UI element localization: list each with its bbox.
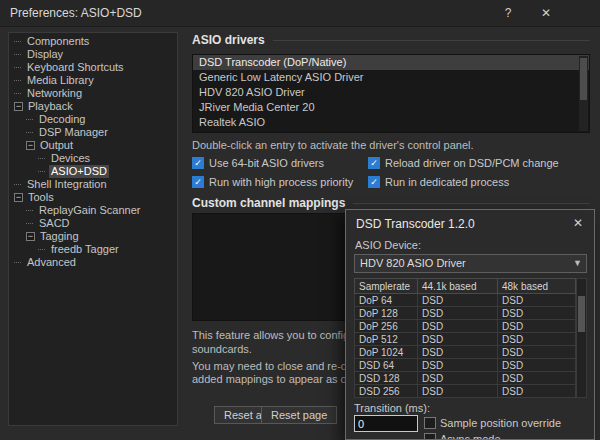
sidebar-item-label: Tools — [26, 191, 56, 204]
sidebar-item-shell-integration[interactable]: Shell Integration — [9, 178, 177, 191]
table-header-samplerate[interactable]: Samplerate — [354, 278, 418, 294]
sidebar-item-label: SACD — [37, 217, 72, 230]
table-header-48k[interactable]: 48k based — [498, 278, 576, 294]
sidebar-item-playback[interactable]: −Playback — [9, 100, 177, 113]
table-cell[interactable]: DSD — [498, 385, 576, 398]
dialog-close-icon[interactable]: ✕ — [570, 215, 586, 231]
tree-dash-icon — [14, 184, 21, 185]
sidebar-item-display[interactable]: Display — [9, 48, 177, 61]
table-cell[interactable]: DSD — [418, 333, 498, 346]
table-cell[interactable]: DoP 64 — [354, 294, 418, 307]
table-header-441k[interactable]: 44.1k based — [418, 278, 498, 294]
table-cell[interactable]: DSD — [498, 372, 576, 385]
sidebar-item-advanced[interactable]: Advanced — [9, 256, 177, 269]
table-cell[interactable]: DSD 64 — [354, 359, 418, 372]
sidebar-item-devices[interactable]: Devices — [9, 152, 177, 165]
tree-collapse-icon[interactable]: − — [14, 193, 23, 202]
sidebar-item-label: DSP Manager — [37, 126, 110, 139]
table-cell[interactable]: DSD — [498, 307, 576, 320]
table-cell[interactable]: DoP 128 — [354, 307, 418, 320]
checkbox-unchecked-icon — [424, 417, 436, 429]
sidebar-item-label: Components — [25, 35, 91, 48]
sidebar-item-label: Playback — [26, 100, 75, 113]
checkbox-use-64bit[interactable]: ✓ Use 64-bit ASIO drivers — [192, 156, 324, 169]
window-title: Preferences: ASIO+DSD — [10, 6, 142, 20]
table-cell[interactable]: DSD — [498, 320, 576, 333]
help-icon[interactable]: ? — [499, 5, 517, 21]
table-cell[interactable]: DoP 1024 — [354, 346, 418, 359]
dsd-transcoder-dialog: DSD Transcoder 1.2.0 ✕ ASIO Device: HDV … — [345, 209, 595, 440]
checkbox-reload-driver[interactable]: ✓ Reload driver on DSD/PCM change — [368, 156, 559, 169]
table-cell[interactable]: DSD — [418, 385, 498, 398]
sidebar-item-decoding[interactable]: Decoding — [9, 113, 177, 126]
sidebar-item-replaygain-scanner[interactable]: ReplayGain Scanner — [9, 204, 177, 217]
checkbox-unchecked-icon — [424, 433, 436, 440]
checkbox-high-priority[interactable]: ✓ Run with high process priority — [192, 175, 353, 188]
driver-list-item[interactable]: JRiver Media Center 20 — [193, 100, 589, 115]
scrollbar-thumb[interactable] — [578, 296, 585, 332]
sidebar-item-sacd[interactable]: SACD — [9, 217, 177, 230]
close-icon[interactable]: ✕ — [537, 5, 555, 21]
transition-input[interactable] — [354, 415, 418, 432]
table-cell[interactable]: DoP 512 — [354, 333, 418, 346]
table-cell[interactable]: DoP 256 — [354, 320, 418, 333]
sidebar-item-freedb-tagger[interactable]: freedb Tagger — [9, 243, 177, 256]
checkbox-sample-position-override[interactable]: Sample position override — [424, 417, 561, 429]
table-cell[interactable]: DSD — [498, 359, 576, 372]
sidebar-item-tools[interactable]: −Tools — [9, 191, 177, 204]
asio-drivers-heading: ASIO drivers — [192, 33, 590, 47]
table-scrollbar[interactable] — [576, 278, 587, 398]
asio-device-dropdown[interactable]: HDV 820 ASIO Driver ▼ — [354, 254, 587, 273]
driver-list-item[interactable]: Generic Low Latency ASIO Driver — [193, 70, 589, 85]
driver-list-scrollbar[interactable] — [579, 56, 588, 131]
preferences-tree: Components Display Keyboard Shortcuts Me… — [8, 32, 178, 426]
sidebar-item-asio-dsd[interactable]: ASIO+DSD — [9, 165, 177, 178]
heading-rule — [273, 40, 590, 41]
table-cell[interactable]: DSD — [418, 294, 498, 307]
tree-dash-icon — [14, 67, 21, 68]
table-cell[interactable]: DSD — [418, 372, 498, 385]
table-cell[interactable]: DSD — [418, 320, 498, 333]
driver-hint-text: Double-click an entry to activate the dr… — [192, 139, 474, 151]
tree-dash-icon — [14, 262, 21, 263]
table-cell[interactable]: DSD — [418, 346, 498, 359]
checkbox-label: Use 64-bit ASIO drivers — [209, 157, 324, 169]
scrollbar-thumb[interactable] — [580, 58, 587, 100]
sidebar-item-tagging[interactable]: −Tagging — [9, 230, 177, 243]
tree-dash-icon — [38, 158, 45, 159]
sidebar-item-components[interactable]: Components — [9, 35, 177, 48]
checkbox-async-mode[interactable]: Async mode — [424, 433, 501, 440]
asio-device-label: ASIO Device: — [355, 239, 421, 251]
driver-list-item[interactable]: Realtek ASIO — [193, 115, 589, 130]
tree-collapse-icon[interactable]: − — [14, 102, 23, 111]
sidebar-item-media-library[interactable]: Media Library — [9, 74, 177, 87]
tree-dash-icon — [14, 41, 21, 42]
driver-list-item[interactable]: HDV 820 ASIO Driver — [193, 85, 589, 100]
tree-collapse-icon[interactable]: − — [26, 232, 35, 241]
chevron-down-icon: ▼ — [573, 255, 582, 272]
custom-mappings-heading-label: Custom channel mappings — [192, 196, 345, 210]
driver-list-item-selected[interactable]: DSD Transcoder (DoP/Native) — [193, 55, 589, 70]
feature-text-line2: soundcards. — [192, 343, 252, 355]
tree-dash-icon — [14, 80, 21, 81]
sidebar-item-label-selected: ASIO+DSD — [49, 165, 109, 178]
table-cell[interactable]: DSD — [498, 333, 576, 346]
checkbox-dedicated-process[interactable]: ✓ Run in dedicated process — [368, 175, 509, 188]
sidebar-item-networking[interactable]: Networking — [9, 87, 177, 100]
reset-page-button[interactable]: Reset page — [261, 406, 337, 424]
checkbox-checked-icon: ✓ — [192, 176, 204, 188]
tree-dash-icon — [14, 93, 21, 94]
sidebar-item-label: freedb Tagger — [49, 243, 121, 256]
sidebar-item-output[interactable]: −Output — [9, 139, 177, 152]
sidebar-item-label: Keyboard Shortcuts — [25, 61, 126, 74]
table-cell[interactable]: DSD — [498, 294, 576, 307]
table-cell[interactable]: DSD 256 — [354, 385, 418, 398]
table-cell[interactable]: DSD — [498, 346, 576, 359]
table-cell[interactable]: DSD — [418, 359, 498, 372]
sidebar-item-keyboard-shortcuts[interactable]: Keyboard Shortcuts — [9, 61, 177, 74]
table-cell[interactable]: DSD — [418, 307, 498, 320]
sidebar-item-dsp-manager[interactable]: DSP Manager — [9, 126, 177, 139]
checkbox-label: Async mode — [440, 433, 501, 440]
tree-collapse-icon[interactable]: − — [26, 141, 35, 150]
table-cell[interactable]: DSD 128 — [354, 372, 418, 385]
